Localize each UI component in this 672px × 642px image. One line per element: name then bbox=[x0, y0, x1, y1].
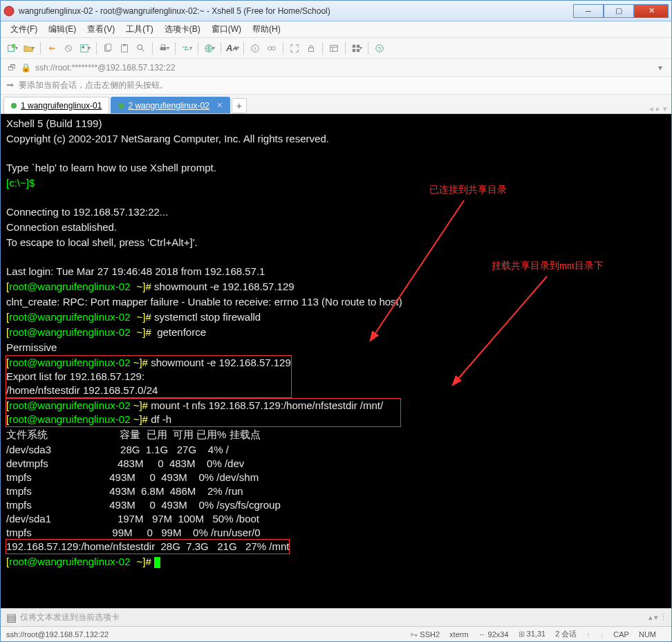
tab-prev-icon[interactable]: ◂ bbox=[649, 104, 653, 113]
status-cap: CAP bbox=[613, 630, 629, 639]
lock-small-icon: 🔒 bbox=[19, 61, 32, 75]
svg-rect-19 bbox=[353, 44, 355, 47]
terminal-line: Export list for 192.168.57.129: bbox=[6, 370, 144, 382]
menu-help[interactable]: 帮助(H) bbox=[247, 22, 286, 37]
tab-next-icon[interactable]: ▸ bbox=[656, 104, 660, 113]
pos-icon: ⊞ bbox=[519, 630, 525, 638]
tile-icon[interactable]: ▾ bbox=[349, 41, 364, 56]
tab-session-2[interactable]: 2 wangrufienglinux-02 ✕ bbox=[111, 97, 230, 113]
fullscreen-icon[interactable] bbox=[287, 41, 302, 56]
tab-label: 1 wangruifenglinux-01 bbox=[21, 101, 102, 111]
df-row: tmpfs 99M 0 99M 0% /run/user/0 bbox=[6, 526, 666, 540]
annotation-1: 已连接到共享目录 bbox=[429, 183, 507, 197]
terminal-line: Copyright (c) 2002-2017 NetSarang Comput… bbox=[6, 133, 329, 144]
print-icon[interactable]: ▾ bbox=[156, 41, 171, 56]
terminal-line: Type `help' to learn how to use Xshell p… bbox=[6, 162, 216, 173]
window-title: wangrufienglinux-02 - root@wangruifengli… bbox=[19, 6, 573, 16]
globe-icon[interactable]: ▾ bbox=[202, 41, 217, 56]
find-icon[interactable] bbox=[133, 41, 149, 56]
svg-rect-5 bbox=[82, 46, 85, 48]
terminal-line: Permissive bbox=[6, 341, 57, 353]
menu-tools[interactable]: 工具(T) bbox=[120, 22, 158, 37]
menu-edit[interactable]: 编辑(E) bbox=[43, 22, 82, 37]
df-row: devtmpfs 483M 0 483M 0% /dev bbox=[6, 457, 666, 471]
send-mode-icon[interactable]: ▤ bbox=[5, 612, 17, 624]
send-bar: ▤ 仅将文本发送到当前选项卡 ▴ ▾ ⋮ bbox=[1, 608, 671, 626]
menu-file[interactable]: 文件(F) bbox=[5, 22, 43, 37]
status-sessions: 2 会话 bbox=[555, 629, 577, 639]
tab-close-icon[interactable]: ✕ bbox=[216, 101, 223, 110]
paste-icon[interactable] bbox=[117, 41, 132, 56]
new-tab-button[interactable]: + bbox=[232, 98, 247, 113]
svg-line-26 bbox=[457, 276, 547, 380]
new-session-icon[interactable]: ▾ bbox=[5, 41, 20, 56]
cursor bbox=[154, 557, 160, 568]
menubar: 文件(F) 编辑(E) 查看(V) 工具(T) 选项卡(B) 窗口(W) 帮助(… bbox=[1, 21, 671, 38]
layout-icon[interactable] bbox=[326, 41, 342, 56]
send-up-icon[interactable]: ▴ bbox=[648, 613, 653, 622]
svg-text:?: ? bbox=[378, 45, 382, 52]
help-icon[interactable]: ? bbox=[372, 41, 387, 56]
terminal-line: /home/nfstestdir 192.168.57.0/24 bbox=[6, 384, 158, 396]
status-term: xterm bbox=[449, 630, 469, 639]
nav-down-icon[interactable]: ↓ bbox=[600, 630, 604, 639]
terminal-cmd: getenforce bbox=[154, 326, 206, 338]
nav-up-icon[interactable]: ↑ bbox=[586, 630, 590, 639]
properties-icon[interactable]: ▾ bbox=[77, 41, 93, 56]
send-input[interactable]: 仅将文本发送到当前选项卡 bbox=[20, 612, 648, 623]
info-arrow-icon[interactable]: ⮕ bbox=[6, 81, 15, 91]
svg-point-0 bbox=[4, 6, 14, 16]
minimize-button[interactable]: ─ bbox=[573, 4, 604, 18]
transfer-icon[interactable]: ▾ bbox=[179, 41, 194, 56]
svg-rect-18 bbox=[330, 45, 338, 51]
reconnect-icon[interactable] bbox=[44, 41, 59, 56]
address-dropdown-icon[interactable]: ▾ bbox=[653, 61, 667, 75]
disconnect-icon[interactable] bbox=[61, 41, 76, 56]
copy-icon[interactable] bbox=[100, 41, 115, 56]
arrow-1-icon bbox=[367, 197, 478, 349]
lock-icon[interactable] bbox=[304, 41, 319, 56]
svg-rect-17 bbox=[309, 48, 314, 51]
svg-rect-12 bbox=[161, 44, 165, 47]
terminal-line: To escape to local shell, press 'Ctrl+Al… bbox=[6, 236, 198, 248]
menu-window[interactable]: 窗口(W) bbox=[206, 22, 247, 37]
terminal-line: Connecting to 192.168.57.132:22... bbox=[6, 206, 168, 218]
info-text: 要添加当前会话，点击左侧的箭头按钮。 bbox=[19, 79, 168, 91]
arrow-2-icon bbox=[450, 273, 561, 390]
close-button[interactable]: ✕ bbox=[634, 4, 669, 18]
terminal-cmd: showmount -e 192.168.57.129 bbox=[151, 357, 291, 368]
font-icon[interactable]: AA▾ bbox=[225, 41, 240, 56]
send-menu-icon[interactable]: ⋮ bbox=[660, 613, 667, 622]
terminal-line: Last login: Tue Mar 27 19:46:48 2018 fro… bbox=[6, 265, 265, 277]
terminal-line: Connection established. bbox=[6, 221, 117, 233]
df-row: 192.168.57.129:/home/nfstestdir 28G 7.3G… bbox=[6, 540, 289, 552]
svg-line-25 bbox=[374, 200, 464, 335]
svg-point-14 bbox=[252, 44, 259, 52]
df-row: tmpfs 493M 6.8M 486M 2% /run bbox=[6, 484, 666, 498]
svg-point-15 bbox=[268, 46, 272, 50]
terminal-line: Xshell 5 (Build 1199) bbox=[6, 117, 102, 129]
status-size: 92x34 bbox=[488, 630, 509, 639]
script-icon[interactable] bbox=[248, 41, 263, 56]
terminal-cmd: systemctl stop firewalld bbox=[154, 311, 261, 323]
terminal-prompt: [c:\~]$ bbox=[6, 177, 35, 189]
svg-rect-11 bbox=[160, 47, 167, 50]
address-add-icon[interactable]: 🗗 bbox=[5, 61, 19, 75]
menu-tabs[interactable]: 选项卡(B) bbox=[159, 22, 206, 37]
titlebar: wangrufienglinux-02 - root@wangruifengli… bbox=[1, 1, 671, 21]
tab-session-1[interactable]: 1 wangruifenglinux-01 bbox=[3, 97, 109, 113]
macro-icon[interactable] bbox=[264, 41, 279, 56]
maximize-button[interactable]: ▢ bbox=[604, 4, 634, 18]
address-input[interactable]: ssh://root:********@192.168.57.132:22 bbox=[32, 62, 653, 74]
send-down-icon[interactable]: ▾ bbox=[654, 613, 658, 622]
terminal-cmd: showmount -e 192.168.57.129 bbox=[154, 281, 295, 292]
terminal[interactable]: Xshell 5 (Build 1199) Copyright (c) 2002… bbox=[1, 114, 671, 608]
menu-view[interactable]: 查看(V) bbox=[82, 22, 120, 37]
highlight-box-3: 192.168.57.129:/home/nfstestdir 28G 7.3G… bbox=[6, 539, 290, 554]
size-icon: ↔ bbox=[478, 630, 486, 639]
tab-list-icon[interactable]: ▾ bbox=[663, 104, 667, 113]
svg-point-16 bbox=[272, 46, 275, 50]
open-folder-icon[interactable]: ▾ bbox=[21, 41, 37, 56]
info-bar: ⮕ 要添加当前会话，点击左侧的箭头按钮。 bbox=[1, 77, 671, 95]
terminal-line: clnt_create: RPC: Port mapper failure - … bbox=[6, 296, 402, 308]
